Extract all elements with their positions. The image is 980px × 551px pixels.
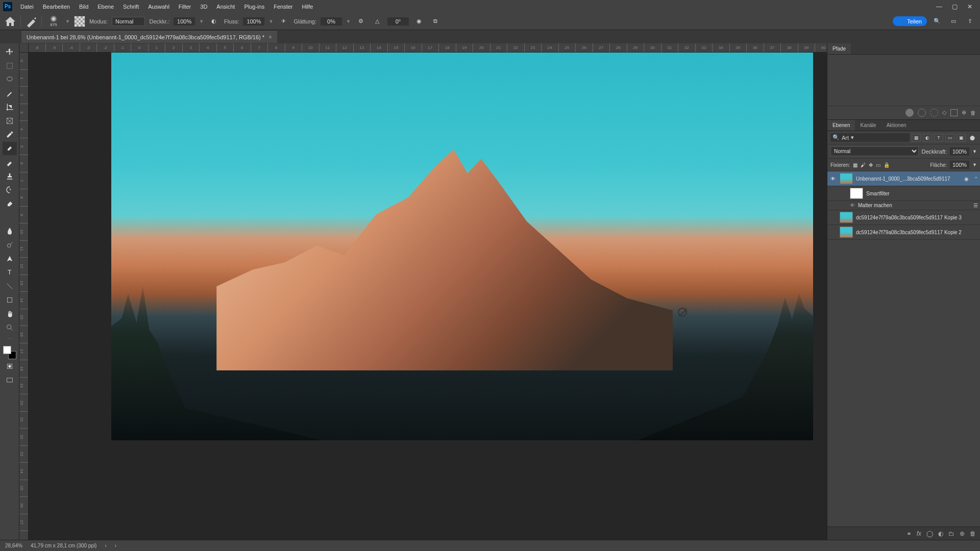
workspace-icon[interactable]: ▭ xyxy=(947,15,960,28)
eyedropper-tool[interactable] xyxy=(3,128,17,141)
fx-icon[interactable]: fx xyxy=(917,530,921,537)
menu-ansicht[interactable]: Ansicht xyxy=(212,2,239,12)
layer-thumbnail[interactable] xyxy=(840,173,853,184)
panel-tab-kanäle[interactable]: Kanäle xyxy=(855,120,881,131)
gradient-tool[interactable] xyxy=(3,211,17,224)
layer-blend-select[interactable]: Normal xyxy=(830,146,919,156)
move-tool[interactable] xyxy=(3,45,17,59)
lasso-tool[interactable] xyxy=(3,73,17,86)
filter-shape-icon[interactable]: ▭ xyxy=(945,134,954,142)
symmetry-icon[interactable]: ⧉ xyxy=(429,15,442,28)
collapse-icon[interactable]: ⌃ xyxy=(974,176,978,182)
stroke-path-icon[interactable] xyxy=(918,109,926,117)
filter-adjust-icon[interactable]: ◐ xyxy=(923,134,932,142)
shape-tool[interactable] xyxy=(3,293,17,307)
blend-mode-select[interactable]: Normal xyxy=(112,17,145,26)
zoom-tool[interactable] xyxy=(3,321,17,334)
wand-tool[interactable] xyxy=(3,87,17,100)
filter-type-icon[interactable]: T xyxy=(934,134,943,142)
stamp-tool[interactable] xyxy=(3,169,17,183)
link-layers-icon[interactable]: ⚭ xyxy=(906,530,912,537)
angle-input[interactable] xyxy=(387,17,409,26)
marquee-tool[interactable] xyxy=(3,59,17,72)
filter-link-icon[interactable]: 👁 xyxy=(850,203,855,208)
layer-filter[interactable]: 🔍 Art ▾ xyxy=(830,133,910,142)
quick-mask-icon[interactable] xyxy=(3,360,17,373)
layer-row[interactable]: 👁Unbenannt-1_0000_...3bca509fec5d9117◉⌃ xyxy=(827,171,980,186)
tool-preset-icon[interactable] xyxy=(25,15,37,28)
menu-fenster[interactable]: Fenster xyxy=(270,2,297,12)
smoothing-options-icon[interactable]: ⚙ xyxy=(355,15,367,28)
layer-fill-input[interactable] xyxy=(950,161,969,169)
close-tab-icon[interactable]: × xyxy=(268,34,272,41)
status-nav-right-icon[interactable]: › xyxy=(115,543,116,548)
filter-edit-icon[interactable]: ☰ xyxy=(973,203,978,208)
lock-position-icon[interactable]: ✥ xyxy=(869,162,873,168)
group-icon[interactable]: 🗀 xyxy=(948,530,954,537)
history-brush-tool[interactable] xyxy=(3,183,17,196)
smoothing-input[interactable] xyxy=(321,17,342,26)
mask-path-icon[interactable] xyxy=(950,109,958,116)
color-swatches[interactable] xyxy=(3,346,16,359)
delete-path-icon[interactable]: 🗑 xyxy=(970,110,976,116)
lock-artboard-icon[interactable]: ▭ xyxy=(876,162,880,168)
menu-plug-ins[interactable]: Plug-ins xyxy=(240,2,268,12)
menu-datei[interactable]: Datei xyxy=(16,2,38,12)
type-tool[interactable]: T xyxy=(3,266,17,279)
status-nav-left-icon[interactable]: ‹ xyxy=(105,543,106,548)
eraser-tool[interactable] xyxy=(3,197,17,210)
healing-tool[interactable] xyxy=(3,142,17,155)
zoom-level[interactable]: 28,64% xyxy=(5,543,22,548)
menu-bearbeiten[interactable]: Bearbeiten xyxy=(39,2,74,12)
close-button[interactable]: ✕ xyxy=(963,2,977,12)
angle-icon[interactable]: △ xyxy=(371,15,383,28)
opacity-input[interactable] xyxy=(174,17,195,26)
menu-3d[interactable]: 3D xyxy=(196,2,211,12)
panel-tab-ebenen[interactable]: Ebenen xyxy=(827,120,855,131)
screen-mode-icon[interactable] xyxy=(3,373,17,387)
search-icon[interactable]: 🔍 xyxy=(931,15,943,28)
home-icon[interactable] xyxy=(4,15,16,28)
layer-thumbnail[interactable] xyxy=(840,212,853,223)
menu-ebene[interactable]: Ebene xyxy=(93,2,118,12)
frame-tool[interactable] xyxy=(3,114,17,128)
fill-path-icon[interactable] xyxy=(905,109,914,117)
minimize-button[interactable]: — xyxy=(932,2,946,12)
mask-icon[interactable]: ◯ xyxy=(926,530,933,537)
lock-transparent-icon[interactable]: ▦ xyxy=(853,162,857,168)
visibility-icon[interactable]: 👁 xyxy=(829,176,837,182)
airbrush-icon[interactable]: ✈ xyxy=(277,15,289,28)
brush-preview[interactable]: 875 xyxy=(46,14,61,29)
lock-all-icon[interactable]: 🔒 xyxy=(884,162,890,168)
layer-thumbnail[interactable] xyxy=(840,227,853,238)
layer-row[interactable]: 👁Matter machen☰ xyxy=(827,201,980,210)
adjustment-icon[interactable]: ◐ xyxy=(938,530,943,537)
menu-auswahl[interactable]: Auswahl xyxy=(144,2,174,12)
new-path-icon[interactable]: ⊕ xyxy=(962,109,966,116)
layer-row[interactable]: Smartfilter xyxy=(827,186,980,201)
lock-pixels-icon[interactable]: 🖌 xyxy=(861,162,866,168)
layer-opacity-input[interactable] xyxy=(950,147,969,156)
brush-panel-icon[interactable] xyxy=(74,16,85,27)
menu-hilfe[interactable]: Hilfe xyxy=(298,2,317,12)
delete-layer-icon[interactable]: 🗑 xyxy=(970,530,976,537)
pressure-opacity-icon[interactable]: ◐ xyxy=(208,15,220,28)
crop-tool[interactable] xyxy=(3,101,17,114)
share-button[interactable]: 👤Teilen xyxy=(893,16,927,26)
path-tool[interactable] xyxy=(3,280,17,293)
layer-thumbnail[interactable] xyxy=(850,188,863,199)
document-tab[interactable]: Unbenannt-1 bei 28,6% (Unbenannt-1_0000_… xyxy=(21,31,277,43)
hand-tool[interactable] xyxy=(3,307,17,320)
paths-tab[interactable]: Pfade xyxy=(827,43,851,54)
share-export-icon[interactable]: ⇪ xyxy=(964,15,976,28)
pen-tool[interactable] xyxy=(3,252,17,265)
menu-filter[interactable]: Filter xyxy=(175,2,195,12)
filter-toggle[interactable]: ⬤ xyxy=(968,134,977,142)
dodge-tool[interactable] xyxy=(3,238,17,252)
flow-input[interactable] xyxy=(243,17,264,26)
selection-path-icon[interactable] xyxy=(930,109,938,117)
filter-pixel-icon[interactable]: ▦ xyxy=(912,134,921,142)
menu-schrift[interactable]: Schrift xyxy=(119,2,143,12)
layer-row[interactable]: dc59124e7f79a08c3bca509fec5d9117 Kopie 2 xyxy=(827,225,980,240)
path-shape-icon[interactable]: ◇ xyxy=(942,109,946,116)
